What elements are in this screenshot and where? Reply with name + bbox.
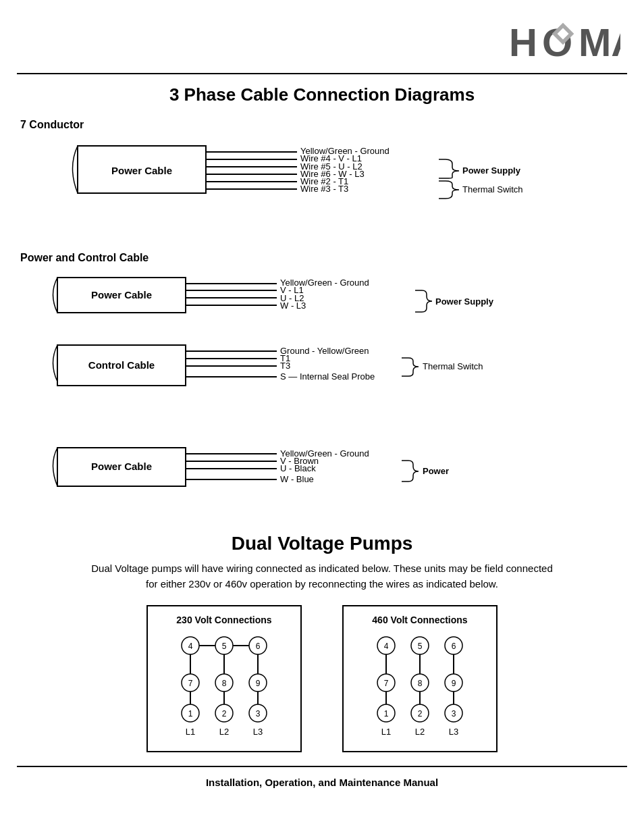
svg-text:T3: T3: [280, 361, 290, 371]
svg-text:W - Blue: W - Blue: [280, 474, 314, 484]
dual-voltage-desc: Dual Voltage pumps will have wiring conn…: [86, 561, 558, 592]
section-diagram3: Power Cable Yellow/Green - Ground V - Br…: [20, 442, 624, 519]
svg-text:9: 9: [256, 679, 261, 688]
svg-text:2: 2: [418, 709, 423, 719]
homa-logo-svg: H O MA: [506, 14, 620, 65]
svg-text:Control Cable: Control Cable: [88, 359, 155, 371]
svg-text:9: 9: [452, 679, 456, 688]
svg-text:MA: MA: [579, 20, 620, 64]
svg-text:3: 3: [452, 709, 456, 719]
header: H O MA: [0, 0, 644, 73]
svg-text:L2: L2: [415, 727, 425, 737]
svg-text:Power  Cable: Power Cable: [91, 289, 152, 301]
volt-230-svg: 4 5 6 7 8 9: [163, 632, 285, 740]
section-power-control: Power and Control Cable Power Cable Yell…: [20, 252, 624, 430]
diagram2-svg: Power Cable Yellow/Green - Ground V - L1…: [20, 272, 601, 427]
svg-text:2: 2: [222, 709, 227, 719]
svg-text:5: 5: [222, 642, 227, 651]
svg-text:8: 8: [418, 679, 423, 688]
svg-text:5: 5: [418, 642, 423, 651]
footer-text: Installation, Operation, and Maintenance…: [0, 773, 644, 796]
page-title: 3 Phase Cable Connection Diagrams: [20, 84, 624, 105]
diagram3-svg: Power Cable Yellow/Green - Ground V - Br…: [20, 442, 601, 517]
svg-text:Wire #3 - T3: Wire #3 - T3: [300, 184, 348, 194]
svg-text:U - Black: U - Black: [280, 463, 316, 473]
volt-460-svg: 4 5 6 7 8 9: [359, 632, 481, 740]
section-1-title: 7 Conductor: [20, 119, 624, 131]
svg-text:S — Internal Seal Probe: S — Internal Seal Probe: [280, 371, 375, 382]
volt-diagrams-row: 230 Volt Connections 4 5 6 7 8: [20, 605, 624, 752]
svg-text:Thermal Switch: Thermal Switch: [462, 184, 523, 194]
dual-voltage-section: Dual Voltage Pumps Dual Voltage pumps wi…: [20, 533, 624, 752]
section-2-title: Power and Control Cable: [20, 252, 624, 264]
svg-text:L3: L3: [449, 727, 458, 737]
dual-voltage-title: Dual Voltage Pumps: [20, 533, 624, 554]
svg-text:H: H: [509, 20, 537, 64]
svg-text:L1: L1: [381, 727, 391, 737]
svg-text:W - L3: W - L3: [280, 301, 306, 311]
logo: H O MA: [502, 12, 624, 66]
main-content: 3 Phase Cable Connection Diagrams 7 Cond…: [0, 84, 644, 752]
svg-text:Power  Cable: Power Cable: [91, 461, 152, 472]
volt-230-title: 230 Volt Connections: [161, 615, 287, 625]
svg-text:Thermal Switch: Thermal Switch: [423, 361, 483, 371]
section-7-conductor: 7 Conductor Power Cable Yellow/Green - G…: [20, 119, 624, 240]
svg-text:O: O: [542, 20, 572, 64]
svg-text:Ground - Yellow/Green: Ground - Yellow/Green: [280, 346, 369, 356]
volt-460-box: 460 Volt Connections 4 5 6 7: [342, 605, 498, 752]
svg-text:Power Supply: Power Supply: [462, 165, 521, 176]
svg-text:8: 8: [222, 679, 227, 688]
svg-text:7: 7: [384, 679, 389, 688]
top-divider: [17, 73, 627, 74]
svg-text:L3: L3: [253, 727, 263, 737]
svg-text:4: 4: [188, 642, 193, 651]
svg-text:Power: Power: [423, 466, 449, 476]
svg-text:6: 6: [452, 642, 456, 651]
bottom-divider: [17, 766, 627, 767]
svg-text:L1: L1: [186, 727, 195, 737]
svg-text:6: 6: [256, 642, 261, 651]
volt-230-box: 230 Volt Connections 4 5 6 7 8: [146, 605, 302, 752]
svg-text:L2: L2: [219, 727, 229, 737]
diagram1-svg: Power Cable Yellow/Green - Ground Wire #…: [20, 139, 601, 237]
svg-text:7: 7: [188, 679, 193, 688]
svg-text:1: 1: [384, 709, 389, 719]
svg-text:3: 3: [256, 709, 261, 719]
volt-460-title: 460 Volt Connections: [357, 615, 483, 625]
svg-text:Power Supply: Power Supply: [435, 296, 494, 307]
cable1-label: Power Cable: [111, 165, 172, 176]
svg-text:1: 1: [188, 709, 193, 719]
svg-text:4: 4: [384, 642, 389, 651]
